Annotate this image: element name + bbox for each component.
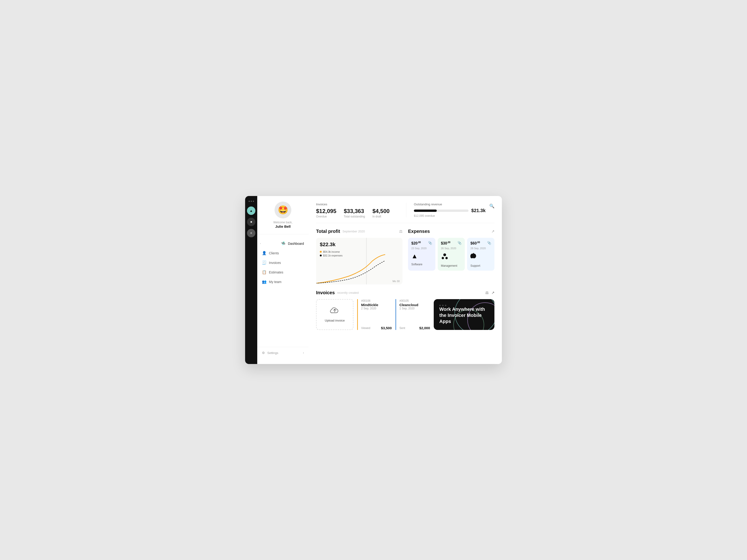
main-content: Invoices $12,095 Overdue $33,363 Total o…: [309, 196, 502, 364]
header-actions: ⚖ ↗: [485, 291, 494, 295]
expense-management-header: $30.00 📎: [441, 241, 462, 245]
expense-software: $20.00 📎 23 Sep, 2020 ▲ Software: [408, 238, 435, 271]
expand-icon[interactable]: ↗: [491, 229, 494, 234]
profit-chart: $22.3k $54.3k income $32.1k expenses: [316, 238, 403, 285]
expense-cards: $20.00 📎 23 Sep, 2020 ▲ Software $30.00 …: [408, 238, 494, 271]
sidebar-item-estimates[interactable]: 📋 Estimates: [259, 268, 307, 277]
welcome-text: Welcome back,: [273, 221, 292, 224]
add-button[interactable]: +: [247, 229, 255, 237]
invoice-2-amount: $2,000: [419, 326, 430, 330]
invoice-item-1[interactable]: #00106 Mindtickle 2 Sep, 2020 Viewed $3,…: [357, 299, 392, 330]
upload-label: Upload invoice: [325, 319, 344, 322]
overdue-value: $12,095: [316, 208, 336, 214]
revenue-overdue: $12,095 overdue: [414, 214, 486, 217]
expense-management: $30.00 📎 26 Sep, 2020 Management: [438, 238, 465, 271]
estimates-icon: 📋: [262, 270, 266, 274]
invoices-stats: Invoices $12,095 Overdue $33,363 Total o…: [316, 203, 406, 218]
sidebar-item-label: My team: [269, 280, 282, 284]
invoice-1-client: Mindtickle: [361, 303, 392, 307]
dot-3: [253, 201, 254, 202]
svg-point-2: [445, 257, 448, 259]
filter-icon-2[interactable]: ⚖: [485, 291, 489, 295]
invoices-list-title: Invoices: [316, 290, 335, 295]
clip-icon-2: 📎: [458, 241, 462, 245]
invoices-row: Upload invoice #00106 Mindtickle 2 Sep, …: [316, 299, 494, 330]
sidebar-item-label: Clients: [269, 251, 279, 255]
amount-overdue: $12,095 Overdue: [316, 208, 336, 218]
profit-subtitle: September 2020: [342, 230, 365, 233]
legend-income-label: $54.3k income: [323, 250, 340, 253]
management-icon: [441, 252, 462, 261]
search-button[interactable]: 🔍: [489, 203, 494, 209]
svg-point-1: [442, 257, 444, 259]
sidebar-item-label: Invoices: [269, 261, 281, 265]
chart-svg: [316, 254, 403, 285]
sidebar-item-dashboard[interactable]: › 🛸 Dashboard: [259, 239, 307, 248]
promo-text: Work Anywhere with the Invoicer Mobile A…: [439, 306, 489, 324]
upload-cloud-icon: [330, 307, 339, 316]
sidebar-item-label: Dashboard: [288, 242, 304, 245]
settings-gear-icon: ⚙: [262, 351, 265, 355]
icon-bar: ▲ ■ +: [245, 196, 257, 364]
revenue-amount: $21.3k: [471, 208, 486, 213]
invoice-amounts: $12,095 Overdue $33,363 Total outstandin…: [316, 208, 406, 218]
play-button[interactable]: ▲: [247, 207, 255, 215]
invoice-2-client: Cleancloud: [400, 303, 430, 307]
clip-icon-3: 📎: [487, 241, 491, 245]
clients-icon: 👤: [262, 251, 266, 255]
expense-support: $60.00 📎 28 Sep, 2020 Support: [467, 238, 494, 271]
sidebar-profile: 🤩 Welcome back, Julie Bell: [257, 202, 309, 234]
sidebar-item-clients[interactable]: 👤 Clients: [259, 248, 307, 258]
expense-support-header: $60.00 📎: [470, 241, 491, 245]
expense-software-date: 23 Sep, 2020: [411, 247, 432, 250]
chevron-icon: ›: [260, 242, 261, 245]
invoices-list-section: Invoices recently created ⚖ ↗ Up: [316, 290, 494, 330]
revenue-bar-row: $21.3k: [414, 208, 486, 213]
dashboard-icon: 🛸: [281, 241, 285, 246]
expenses-header: Expenses ↗: [408, 229, 494, 234]
filter-icon[interactable]: ⚖: [399, 229, 403, 234]
outstanding-label: Total outstanding: [344, 215, 365, 218]
amount-outstanding: $33,363 Total outstanding: [344, 208, 365, 218]
invoice-1-status: Viewed: [361, 326, 370, 330]
legend-income: $54.3k income: [320, 250, 399, 253]
sidebar-item-label: Estimates: [269, 270, 283, 274]
expand-icon-2[interactable]: ↗: [491, 291, 494, 295]
invoice-2-status: Sent: [400, 326, 405, 330]
icon-bar-dots: [249, 201, 254, 202]
search-icon: 🔍: [489, 204, 494, 209]
expense-support-value: $60.00: [470, 241, 480, 245]
upload-card[interactable]: Upload invoice: [316, 299, 354, 330]
invoice-2-num: #00105: [400, 299, 430, 302]
amount-draft: $4,500 In draft: [372, 208, 390, 218]
draft-label: In draft: [372, 215, 390, 218]
revenue-label: Outstanding revenue: [414, 203, 486, 206]
svg-point-0: [443, 254, 446, 256]
sidebar-item-invoices[interactable]: 🧾 Invoices: [259, 258, 307, 267]
invoice-item-2[interactable]: #00105 Cleancloud 1 Sep, 2020 Sent $2,00…: [395, 299, 430, 330]
sidebar: 🤩 Welcome back, Julie Bell › 🛸 Dashboard…: [257, 196, 309, 364]
expense-management-value: $30.00: [441, 241, 450, 245]
expense-support-date: 28 Sep, 2020: [470, 247, 491, 250]
sidebar-item-myteam[interactable]: 👥 My team: [259, 277, 307, 286]
expense-software-value: $20.00: [411, 241, 421, 245]
expenses-title: Expenses: [408, 229, 430, 234]
expense-support-label: Support: [470, 264, 491, 267]
revenue-bar-bg: [414, 210, 468, 212]
collapse-button[interactable]: ‹: [303, 351, 304, 354]
invoices-icon: 🧾: [262, 260, 266, 265]
chart-value: $22.3k: [320, 241, 399, 247]
profit-header: Total profit September 2020 ⚖: [316, 229, 403, 234]
sidebar-footer: ⚙ Settings ‹: [257, 347, 309, 358]
dot-1: [249, 201, 250, 202]
chart-date: Mo 30: [392, 280, 400, 283]
revenue-section: Outstanding revenue $21.3k $12,095 overd…: [406, 203, 486, 217]
invoice-1-footer: Viewed $3,500: [361, 326, 392, 330]
profit-title: Total profit: [316, 229, 340, 234]
invoice-2-footer: Sent $2,000: [400, 326, 430, 330]
settings-label: Settings: [267, 351, 301, 355]
outstanding-value: $33,363: [344, 208, 365, 214]
clip-icon: 📎: [428, 241, 432, 245]
expense-software-amount: $20.00: [411, 241, 421, 245]
stop-button[interactable]: ■: [247, 218, 255, 226]
